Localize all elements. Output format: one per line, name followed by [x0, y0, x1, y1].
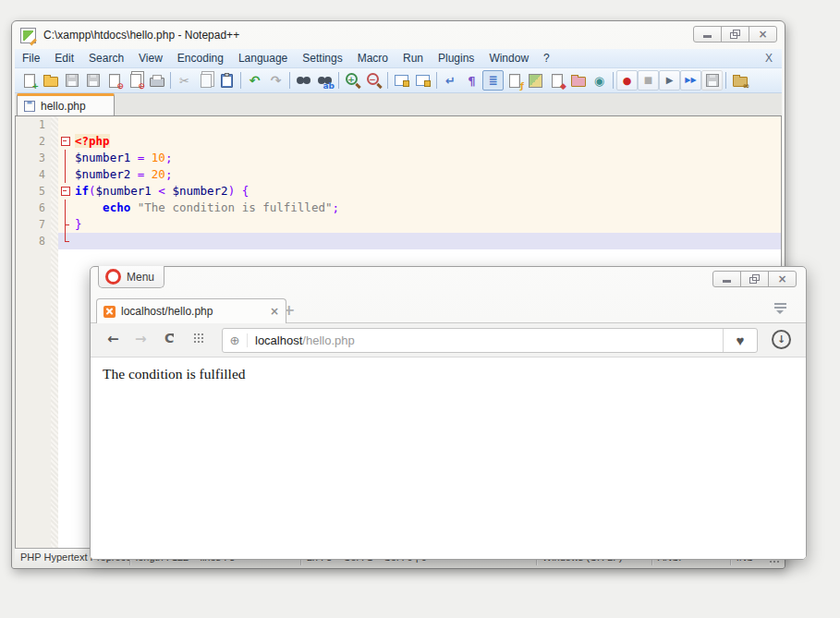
opera-close-button[interactable]: ×: [768, 271, 797, 287]
macro-save-icon[interactable]: [701, 70, 723, 91]
opera-maximize-button[interactable]: [740, 271, 769, 287]
line-number: 7: [16, 216, 51, 233]
folder-as-workspace-icon[interactable]: [567, 70, 589, 91]
close-icon[interactable]: ⊖: [103, 70, 125, 91]
macro-play-icon[interactable]: ▶: [659, 70, 680, 91]
np-titlebar[interactable]: C:\xampp\htdocs\hello.php - Notepad++ ×: [12, 21, 785, 49]
zoom-in-icon[interactable]: +: [342, 70, 363, 91]
code-line-8[interactable]: [58, 233, 781, 249]
line-number: 2: [16, 133, 51, 150]
copy-icon[interactable]: [195, 70, 216, 91]
np-menubar-close[interactable]: X: [756, 52, 782, 65]
code-line-2[interactable]: <?php: [58, 133, 781, 150]
code-line-5[interactable]: if($number1 < $number2) {: [58, 183, 781, 200]
menu-item-file[interactable]: File: [15, 52, 47, 65]
sync-vertical-scroll-icon[interactable]: [391, 70, 412, 91]
site-badge-icon[interactable]: ⊕: [223, 333, 248, 347]
fold-margin: [58, 216, 71, 233]
np-close-button[interactable]: ×: [749, 26, 777, 42]
download-arrow-icon: ↓: [777, 334, 785, 345]
zoom-out-icon[interactable]: −: [363, 70, 384, 91]
page-text: The condition is fulfilled: [103, 366, 806, 382]
grid-icon: [194, 333, 196, 335]
code-line-3[interactable]: $number1 = 10;: [58, 150, 781, 166]
undo-icon[interactable]: ↶: [244, 70, 265, 91]
opera-menu-button[interactable]: Menu: [98, 266, 164, 288]
sync-horizontal-scroll-icon[interactable]: [412, 70, 433, 91]
line-number: 5: [16, 183, 51, 200]
menu-item-language[interactable]: Language: [231, 52, 295, 65]
indent-guide-icon[interactable]: ≣: [482, 70, 504, 91]
save-icon[interactable]: [61, 70, 82, 91]
fold-collapse-icon[interactable]: [58, 133, 71, 150]
line-number: 1: [16, 116, 51, 133]
address-bar[interactable]: ⊕ localhost/hello.php ♥: [222, 328, 758, 353]
np-menu-items: FileEditSearchViewEncodingLanguageSettin…: [15, 52, 557, 65]
word-wrap-icon[interactable]: ↵: [440, 70, 461, 91]
document-switcher-icon[interactable]: ◆: [546, 70, 567, 91]
url-text[interactable]: localhost/hello.php: [248, 333, 723, 347]
menu-item-edit[interactable]: Edit: [47, 52, 81, 65]
browser-viewport[interactable]: The condition is fulfilled: [91, 357, 806, 559]
bookmark-heart-button[interactable]: ♥: [723, 329, 757, 352]
restore-icon: [730, 30, 740, 39]
replace-icon[interactable]: ab: [314, 70, 335, 91]
speed-dial-button[interactable]: [194, 333, 205, 345]
open-file-icon[interactable]: [40, 70, 61, 91]
bookmark-margin[interactable]: [51, 116, 58, 548]
line-number: 6: [16, 200, 51, 216]
menu-item-search[interactable]: Search: [81, 52, 131, 65]
download-button[interactable]: ↓: [772, 330, 791, 349]
opera-window: Menu × localhost/hello.php × + ← → C ⊕: [90, 266, 807, 560]
save-all-icon[interactable]: [82, 70, 103, 91]
opera-tabbar: localhost/hello.php × +: [91, 298, 806, 322]
menu-item-help[interactable]: ?: [536, 52, 557, 65]
redo-icon[interactable]: ↷: [265, 70, 286, 91]
print-icon[interactable]: [146, 70, 167, 91]
back-button[interactable]: ←: [107, 331, 119, 347]
np-maximize-button[interactable]: [721, 26, 749, 42]
paste-icon[interactable]: [216, 70, 237, 91]
cut-icon[interactable]: ✂: [174, 70, 195, 91]
reload-icon[interactable]: C: [164, 331, 174, 345]
show-all-characters-icon[interactable]: ¶: [461, 70, 482, 91]
code-line-7[interactable]: }: [58, 216, 781, 233]
document-map-icon[interactable]: [525, 70, 546, 91]
tab-menu-icon[interactable]: [773, 302, 787, 315]
menu-item-encoding[interactable]: Encoding: [170, 52, 231, 65]
forward-button[interactable]: →: [135, 331, 147, 347]
macro-record-icon[interactable]: ●: [616, 70, 638, 91]
menu-item-run[interactable]: Run: [396, 52, 431, 65]
code-line-4[interactable]: $number2 = 20;: [58, 166, 781, 183]
np-minimize-button[interactable]: [693, 26, 722, 42]
menu-item-macro[interactable]: Macro: [350, 52, 396, 65]
opera-minimize-button[interactable]: [712, 271, 741, 287]
fold-collapse-icon[interactable]: [58, 183, 71, 200]
np-tab-hello-php[interactable]: hello.php: [17, 93, 115, 115]
find-icon[interactable]: [293, 70, 314, 91]
menu-item-view[interactable]: View: [131, 52, 170, 65]
opera-titlebar[interactable]: Menu ×: [91, 267, 806, 298]
xampp-favicon-icon: [103, 306, 116, 318]
menu-item-settings[interactable]: Settings: [295, 52, 349, 65]
opera-tab-localhost[interactable]: localhost/hello.php ×: [96, 298, 286, 323]
opera-logo-icon: [105, 269, 121, 285]
fold-margin: [58, 233, 71, 249]
fold-margin: [58, 150, 71, 166]
menu-item-plugins[interactable]: Plugins: [431, 52, 481, 65]
new-file-icon[interactable]: +: [18, 70, 40, 91]
macro-run-multiple-icon[interactable]: ▶▶: [680, 70, 701, 91]
opera-address-toolbar: ← → C ⊕ localhost/hello.php ♥ ↓: [91, 322, 806, 357]
code-line-6[interactable]: echo "The condition is fulfilled";: [58, 200, 781, 216]
macro-stop-icon[interactable]: ■: [638, 70, 659, 91]
menu-item-window[interactable]: Window: [481, 52, 536, 65]
notepadpp-app-icon: [20, 28, 36, 43]
close-all-icon[interactable]: ⊖: [125, 70, 146, 91]
tab-close-icon[interactable]: ×: [270, 305, 279, 318]
code-line-1[interactable]: [58, 116, 781, 133]
np-tab-label: hello.php: [41, 100, 86, 113]
open-containing-folder-icon[interactable]: ∞: [729, 70, 750, 91]
function-completion-icon[interactable]: ƒ: [504, 70, 525, 91]
fold-margin: [58, 200, 71, 216]
monitoring-icon[interactable]: ◉: [589, 70, 610, 91]
